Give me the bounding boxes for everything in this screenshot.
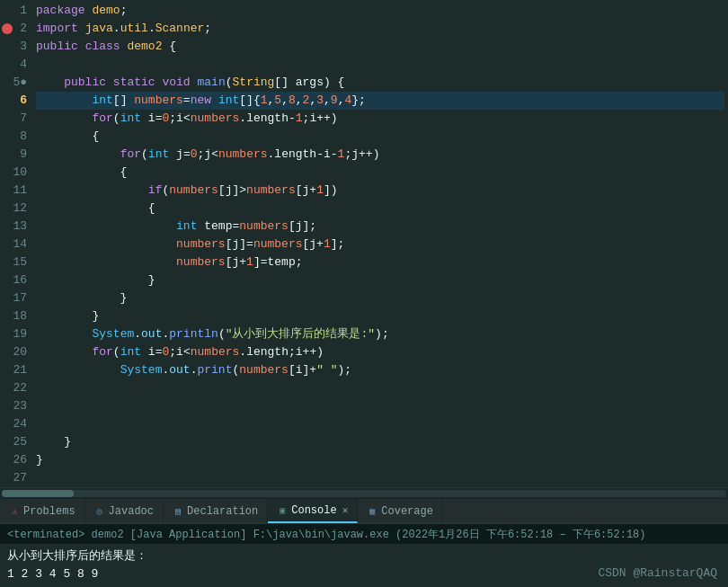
code-line-3: public class demo2 {	[36, 38, 724, 56]
line-num-12: 12	[5, 200, 27, 218]
problems-icon: ⚠	[9, 506, 20, 517]
editor-area: 1 2 3 4 5● 6 7 8 9 10 11 12 13 14 15 16 …	[0, 0, 728, 498]
code-container: 1 2 3 4 5● 6 7 8 9 10 11 12 13 14 15 16 …	[0, 0, 728, 487]
code-lines: package demo; import java.util.Scanner; …	[32, 2, 728, 485]
code-line-10: {	[36, 164, 724, 182]
code-line-18: }	[36, 307, 724, 325]
line-num-18: 18	[5, 307, 27, 325]
line-num-17: 17	[5, 289, 27, 307]
tab-console[interactable]: ▣ Console ✕	[268, 499, 358, 523]
line-num-5: 5●	[5, 74, 27, 92]
tab-coverage[interactable]: ▦ Coverage	[358, 499, 443, 523]
code-line-16: }	[36, 271, 724, 289]
console-close-button[interactable]: ✕	[342, 504, 349, 516]
code-line-9: for(int j=0;j<numbers.length-i-1;j++)	[36, 146, 724, 164]
console-area: <terminated> demo2 [Java Application] F:…	[0, 523, 728, 587]
code-line-25: }	[36, 433, 724, 451]
line-num-15: 15	[5, 253, 27, 271]
code-line-14: numbers[j]=numbers[j+1];	[36, 236, 724, 253]
console-output-line1: 从小到大排序后的结果是：	[7, 547, 721, 565]
line-num-1: 1	[5, 2, 27, 20]
code-line-26: }	[36, 451, 724, 469]
line-num-6: 6	[5, 92, 27, 110]
line-num-13: 13	[5, 218, 27, 236]
code-line-7: for(int i=0;i<numbers.length-1;i++)	[36, 110, 724, 128]
line-num-24: 24	[5, 415, 27, 433]
tab-declaration-label: Declaration	[187, 505, 258, 518]
code-line-24	[36, 415, 724, 433]
code-line-11: if(numbers[j]>numbers[j+1])	[36, 182, 724, 200]
code-line-23	[36, 397, 724, 415]
line-num-27: 27	[5, 469, 27, 487]
line-num-4: 4	[5, 56, 27, 74]
tab-coverage-label: Coverage	[381, 505, 433, 518]
code-line-1: package demo;	[36, 2, 724, 20]
code-line-2: import java.util.Scanner;	[36, 20, 724, 38]
code-line-5: public static void main(String[] args) {	[36, 74, 724, 92]
horizontal-scrollbar[interactable]	[0, 487, 728, 498]
line-num-8: 8	[5, 128, 27, 146]
line-num-26: 26	[5, 451, 27, 469]
code-line-17: }	[36, 289, 724, 307]
code-line-4	[36, 56, 724, 74]
line-num-10: 10	[5, 164, 27, 182]
console-output: 从小到大排序后的结果是： 1 2 3 4 5 8 9	[0, 544, 728, 587]
line-num-25: 25	[5, 433, 27, 451]
code-line-20: for(int i=0;i<numbers.length;i++)	[36, 343, 724, 361]
console-status-bar: <terminated> demo2 [Java Application] F:…	[0, 524, 728, 544]
line-num-11: 11	[5, 182, 27, 200]
scrollbar-thumb[interactable]	[2, 490, 74, 497]
line-num-7: 7	[5, 110, 27, 128]
tab-problems[interactable]: ⚠ Problems	[0, 499, 85, 523]
code-line-15: numbers[j+1]=temp;	[36, 253, 724, 271]
code-line-19: System.out.println("从小到大排序后的结果是:");	[36, 325, 724, 343]
code-line-13: int temp=numbers[j];	[36, 218, 724, 236]
code-line-27	[36, 469, 724, 485]
javadoc-icon: ◎	[94, 506, 105, 517]
tab-problems-label: Problems	[23, 505, 75, 518]
declaration-icon: ▤	[173, 506, 183, 517]
line-num-19: 19	[5, 325, 27, 343]
tab-declaration[interactable]: ▤ Declaration	[164, 499, 268, 523]
code-line-12: {	[36, 200, 724, 218]
tab-javadoc-label: Javadoc	[109, 505, 154, 518]
line-num-9: 9	[5, 146, 27, 164]
code-line-8: {	[36, 128, 724, 146]
tab-console-label: Console	[291, 504, 336, 517]
line-num-16: 16	[5, 271, 27, 289]
coverage-icon: ▦	[367, 506, 377, 517]
code-line-22	[36, 379, 724, 397]
csdn-watermark: CSDN @RainstarQAQ	[598, 566, 717, 580]
line-num-14: 14	[5, 236, 27, 253]
bottom-tab-bar: ⚠ Problems ◎ Javadoc ▤ Declaration ▣ Con…	[0, 498, 728, 523]
tab-javadoc[interactable]: ◎ Javadoc	[85, 499, 164, 523]
line-num-23: 23	[5, 397, 27, 415]
console-status-text: <terminated> demo2 [Java Application] F:…	[7, 527, 646, 542]
line-num-2: 2	[5, 20, 27, 38]
line-num-21: 21	[5, 361, 27, 379]
line-num-3: 3	[5, 38, 27, 56]
scrollbar-track[interactable]	[2, 490, 726, 497]
line-num-20: 20	[5, 343, 27, 361]
code-line-21: System.out.print(numbers[i]+" ");	[36, 361, 724, 379]
console-icon: ▣	[277, 505, 288, 516]
line-numbers: 1 2 3 4 5● 6 7 8 9 10 11 12 13 14 15 16 …	[0, 2, 32, 485]
code-line-6: int[] numbers=new int[]{1,5,8,2,3,9,4};	[36, 92, 724, 110]
line-num-22: 22	[5, 379, 27, 397]
